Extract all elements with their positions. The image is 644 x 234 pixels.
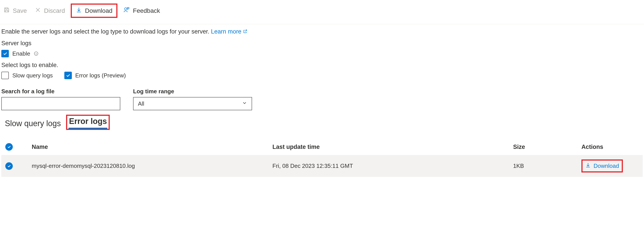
info-icon[interactable] [34, 51, 38, 56]
chevron-down-icon [242, 100, 247, 107]
toolbar: Save Discard Download Feedback [0, 0, 644, 24]
table-header-row: Name Last update time Size Actions [1, 139, 643, 155]
log-table: Name Last update time Size Actions mysql… [1, 139, 643, 177]
header-last-update: Last update time [272, 144, 511, 150]
download-button[interactable]: Download [71, 4, 118, 18]
filter-row: Search for a log file Log time range All [1, 88, 643, 110]
tab-error-logs[interactable]: Error logs [68, 117, 107, 129]
discard-label: Discard [44, 7, 65, 14]
enable-checkbox[interactable] [1, 50, 9, 57]
row-last-update: Fri, 08 Dec 2023 12:35:11 GMT [272, 162, 511, 169]
search-label: Search for a log file [1, 88, 120, 95]
learn-more-link[interactable]: Learn more [211, 28, 248, 35]
intro-text-row: Enable the server logs and select the lo… [1, 28, 643, 35]
header-name: Name [32, 144, 270, 150]
row-download-label: Download [594, 162, 619, 169]
row-name: mysql-error-demomysql-2023120810.log [32, 162, 270, 169]
content: Enable the server logs and select the lo… [0, 24, 644, 177]
feedback-icon [123, 7, 130, 15]
row-actions: Download [582, 159, 639, 172]
discard-button: Discard [32, 6, 67, 16]
select-all-indicator[interactable] [5, 143, 13, 151]
table-row: mysql-error-demomysql-2023120810.log Fri… [1, 155, 643, 177]
feedback-button[interactable]: Feedback [121, 5, 162, 16]
header-actions: Actions [582, 144, 639, 150]
row-select-indicator[interactable] [5, 162, 13, 170]
slow-query-label: Slow query logs [12, 72, 53, 79]
svg-point-0 [125, 8, 127, 10]
enable-label: Enable [12, 50, 30, 57]
close-icon [35, 7, 41, 15]
time-range-label: Log time range [133, 88, 252, 95]
tab-slow-query[interactable]: Slow query logs [4, 119, 61, 130]
select-logs-label: Select logs to enable. [1, 62, 643, 69]
tab-error-highlight: Error logs [66, 115, 110, 130]
feedback-label: Feedback [133, 7, 160, 14]
save-label: Save [13, 7, 27, 14]
tabs: Slow query logs Error logs [4, 116, 643, 130]
time-range-value: All [138, 100, 144, 107]
save-icon [4, 7, 10, 15]
time-range-select[interactable]: All [133, 97, 252, 110]
error-logs-label: Error logs (Preview) [75, 72, 126, 79]
enable-row: Enable [1, 50, 643, 57]
log-type-row: Slow query logs Error logs (Preview) [1, 72, 643, 79]
download-icon [76, 7, 82, 15]
search-input[interactable] [1, 97, 120, 110]
header-select [5, 143, 30, 151]
download-icon [585, 162, 591, 170]
row-download-button[interactable]: Download [582, 159, 623, 172]
intro-text: Enable the server logs and select the lo… [1, 28, 211, 35]
download-label: Download [85, 7, 112, 14]
row-select [5, 162, 30, 170]
external-link-icon [243, 28, 248, 35]
row-size: 1KB [513, 162, 579, 169]
slow-query-checkbox[interactable] [1, 72, 9, 79]
server-logs-label: Server logs [1, 40, 643, 47]
save-button: Save [1, 6, 29, 16]
error-logs-checkbox[interactable] [64, 72, 72, 79]
header-size: Size [513, 144, 579, 150]
